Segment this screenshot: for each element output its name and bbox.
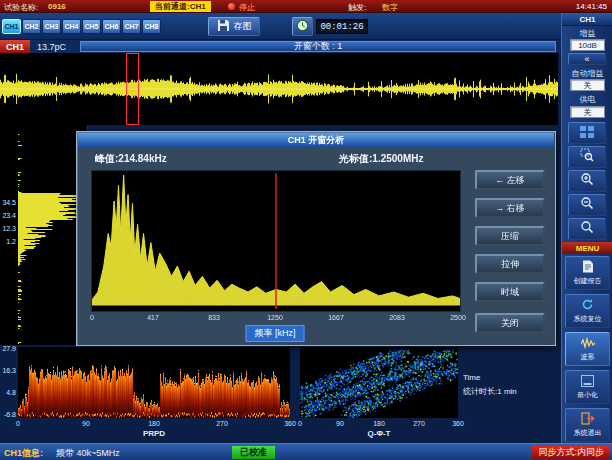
qpt-xtick: 360 [452, 420, 464, 427]
reset-icon [581, 298, 594, 312]
channel-button-ch6[interactable]: CH6 [102, 19, 121, 34]
dialog-xtick: 1667 [328, 314, 344, 321]
channel-button-ch1[interactable]: CH1 [2, 19, 21, 34]
dialog-xtick: 0 [90, 314, 94, 321]
exit-icon [581, 412, 595, 426]
channel-button-ch4[interactable]: CH4 [62, 19, 81, 34]
qpt-xtick: 0 [298, 420, 302, 427]
shift-right-button[interactable]: → 右移 [475, 198, 545, 218]
auto-gain-label: 自动增益 [562, 68, 612, 79]
zoom-out-button[interactable] [568, 194, 606, 216]
dialog-xtick: 833 [208, 314, 220, 321]
waveform-icon [581, 337, 595, 350]
channel-button-ch7[interactable]: CH7 [122, 19, 141, 34]
dialog-xtick: 1250 [267, 314, 283, 321]
calibration-status-badge: 已校准 [232, 446, 275, 459]
qpt-panel [300, 347, 458, 418]
prpd-ytick: 4.8 [0, 389, 16, 396]
dialog-xtick: 2500 [450, 314, 466, 321]
qpt-xtick: 270 [413, 420, 425, 427]
gain-value-field[interactable]: 10dB [570, 39, 605, 51]
zoom-in-button[interactable] [568, 170, 606, 192]
dialog-xtick: 417 [147, 314, 159, 321]
zoom-window-icon [580, 148, 594, 166]
prpd-xtick: 270 [216, 420, 228, 427]
side-spectrum-ytick: 12.3 [0, 225, 16, 232]
compress-button[interactable]: 压缩 [475, 226, 545, 246]
qpt-time-label: Time [463, 373, 480, 382]
zoom-window-button[interactable] [568, 146, 606, 168]
minimize-label: 最小化 [577, 390, 598, 400]
stretch-button[interactable]: 拉伸 [475, 254, 545, 274]
timer-button[interactable] [292, 17, 313, 36]
floppy-disk-icon [217, 19, 230, 34]
side-spectrum-ytick: 1.2 [0, 238, 16, 245]
main-waveform-plot[interactable] [0, 53, 558, 125]
power-toggle[interactable]: 关 [570, 106, 605, 118]
dialog-xtick: 2083 [389, 314, 405, 321]
save-image-button[interactable]: 存图 [208, 17, 260, 36]
dialog-xaxis-label: 频率 [kHz] [245, 325, 304, 342]
ae-analyzer-window: 试验名称: 0916 当前通道:CH1 停止 触发: 数字 14:41:45 C… [0, 0, 612, 460]
stop-label: 停止 [239, 2, 255, 13]
report-icon [582, 260, 594, 274]
dialog-titlebar[interactable]: CH1 开窗分析 [78, 133, 554, 147]
test-name-value: 0916 [48, 2, 66, 11]
waveform-channel-tag: CH1 [0, 40, 30, 53]
titlebar: 试验名称: 0916 当前通道:CH1 停止 触发: 数字 14:41:45 [0, 0, 612, 13]
zoom-in-icon [580, 172, 594, 190]
prpd-ytick: -6.8 [0, 411, 16, 418]
peak-readout: 峰值:214.84kHz [95, 152, 167, 166]
prpd-xtick: 180 [148, 420, 160, 427]
zoom-reset-button[interactable] [568, 218, 606, 240]
close-dialog-button[interactable]: 关闭 [475, 313, 545, 333]
channel-button-ch8[interactable]: CH8 [142, 19, 161, 34]
create-report-label: 创建报告 [574, 276, 602, 286]
prpd-xtick: 90 [82, 420, 90, 427]
prpd-ytick: 16.3 [0, 367, 16, 374]
current-channel-badge: 当前通道:CH1 [150, 1, 211, 12]
side-spectrum-ytick: 34.5 [0, 199, 16, 206]
sync-mode-badge: 同步方式:内同步 [532, 446, 610, 459]
grid-icon [580, 124, 594, 142]
qpt-axis-label: Q-Φ-T [367, 429, 390, 438]
time-domain-button[interactable]: 时域 [475, 282, 545, 302]
analysis-window-selection[interactable] [126, 53, 139, 125]
qpt-xtick: 180 [373, 420, 385, 427]
dialog-spectrum-plot[interactable] [91, 170, 461, 312]
system-reset-label: 系统复位 [574, 314, 602, 324]
side-spectrum-panel: 34.5 23.4 12.3 1.2 [0, 125, 86, 345]
gain-decrease-button[interactable]: « [568, 53, 606, 65]
sidebar-channel-header: CH1 [562, 13, 612, 26]
menu-title: MENU [562, 242, 612, 254]
trigger-value: 数字 [382, 2, 398, 13]
prpd-panel [18, 347, 290, 418]
system-reset-button[interactable]: 系统复位 [565, 294, 610, 328]
minimize-button[interactable]: 最小化 [565, 370, 610, 404]
clock-icon [296, 19, 309, 34]
zoom-out-icon [580, 196, 594, 214]
layout-grid-button[interactable] [568, 122, 606, 144]
waveform-view-label: 波形 [581, 352, 595, 362]
gain-label: 增益 [562, 28, 612, 39]
channel-info-label: CH1信息: [4, 447, 43, 460]
statusbar: CH1信息: 频带 40k~5MHz 已校准 同步方式:内同步 [0, 443, 612, 460]
sidebar: CH1 增益 10dB « 自动增益 关 供电 关 MENU 创建报告 系统复 [561, 13, 612, 443]
stop-indicator-icon [228, 3, 235, 10]
prpd-axis-label: PRPD [143, 429, 165, 438]
qpt-scatter-plot [300, 347, 458, 418]
channel-button-ch3[interactable]: CH3 [42, 19, 61, 34]
auto-gain-toggle[interactable]: 关 [570, 79, 605, 91]
prpd-heatmap-plot [18, 347, 290, 418]
minimize-icon [581, 375, 594, 388]
shift-left-button[interactable]: ← 左移 [475, 170, 545, 190]
create-report-button[interactable]: 创建报告 [565, 256, 610, 290]
channel-button-ch2[interactable]: CH2 [22, 19, 41, 34]
window-analysis-dialog: CH1 开窗分析 峰值:214.84kHz 光标值:1.2500MHz 0 41… [76, 131, 556, 346]
amplitude-readout: 13.7pC [37, 42, 66, 52]
prpd-ytick: 27.9 [0, 345, 16, 352]
channel-button-ch5[interactable]: CH5 [82, 19, 101, 34]
system-exit-button[interactable]: 系统退出 [565, 408, 610, 442]
magnifier-icon [580, 220, 594, 238]
waveform-view-button[interactable]: 波形 [565, 332, 610, 366]
